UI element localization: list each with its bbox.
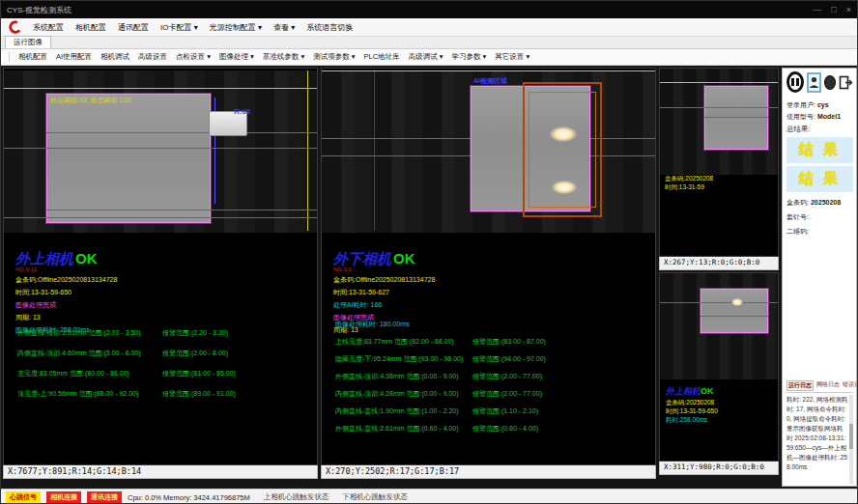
measurement-row: 外侧直线-直线:2.61mm 范围:(0.60 - 4.00)报警范围:(0.6…	[335, 424, 655, 434]
heartbeat-status-badge: 心跳信号	[6, 491, 41, 503]
overlay-line	[322, 70, 656, 71]
menu-item-camera-config[interactable]: 相机配置	[75, 22, 106, 33]
menu-item-io-config[interactable]: IO卡配置 ▾	[160, 22, 198, 33]
panel-spacer	[786, 236, 853, 378]
measurement-value: 隐藏宽度-下:95.24mm 范围:(93.00 - 98.00)	[335, 354, 472, 364]
tool-ai-usage-config[interactable]: AI使用配置	[56, 52, 92, 62]
status-bar: 心跳信号 相机连接 通讯连接 Cpu: 0.0% Memory: 3424.41…	[1, 489, 857, 504]
tool-image-processing[interactable]: 图像处理 ▾	[219, 52, 254, 62]
thumbnail-column: 盒条码:20250208 时间:13-31-59 X:267;Y:13;R:0;…	[659, 68, 779, 487]
ai-region-label: AI检测区域	[473, 76, 507, 86]
led-highlight	[550, 126, 577, 142]
thumb-elapsed-line: 耗时:258.00ms	[666, 416, 707, 425]
exit-button[interactable]	[839, 74, 853, 91]
window-title: CYS-视觉检测系统	[7, 5, 72, 15]
log-tab-network[interactable]: 网络日志	[816, 380, 840, 391]
tool-learning-params[interactable]: 学习参数 ▾	[451, 52, 486, 62]
thumb-view-bottom: 外上相机OK 盒条码:20250208 时间:13-31-59-650 耗时:2…	[659, 272, 779, 475]
title-bar: CYS-视觉检测系统 — □ ×	[1, 1, 857, 18]
led-highlight	[552, 181, 577, 194]
box-barcode-row: 盒条码:20250208	[786, 198, 853, 207]
measurement-row: 外侧直线-顶部:2.91mm 范围:(2.00 - 3.50)报警范围:(2.2…	[17, 328, 317, 338]
alarm-range: 报警范围:(2.00 - 77.00)	[472, 372, 542, 381]
overlay-line	[4, 217, 318, 218]
total-result-label: 总结果:	[786, 125, 853, 134]
close-icon[interactable]: ×	[846, 5, 851, 14]
model-label: 使用型号:	[786, 112, 815, 121]
measurement-row: 隐藏宽度-下:95.24mm 范围:(93.00 - 98.00)报警范围:(9…	[335, 354, 655, 364]
overlay-line	[46, 132, 318, 133]
comm-connect-badge: 通讯连接	[87, 491, 122, 503]
log-tab-error[interactable]: 错误日志	[843, 380, 858, 391]
pause-button[interactable]	[786, 71, 804, 93]
pixel-coord-bar-thumb-top: X:267;Y:13;R:0;G:0;B:0	[659, 257, 779, 270]
tool-spot-check[interactable]: 点检设置 ▾	[176, 52, 211, 62]
tab-run-image[interactable]: 运行图像	[5, 36, 51, 48]
user-login-button[interactable]	[807, 72, 821, 93]
tool-camera-config[interactable]: 相机配置	[18, 52, 47, 62]
product-region	[701, 289, 768, 333]
menu-item-language-switch[interactable]: 系统语言切换	[306, 22, 353, 33]
camera-canvas-lower[interactable]: AI检测区域 外下相机OK NG:0:0 盒条码:Offline20250208…	[321, 68, 656, 465]
login-user-label: 登录用户:	[786, 100, 815, 109]
log-tab-run[interactable]: 运行日志	[786, 380, 814, 391]
menu-item-system-config[interactable]: 系统配置	[33, 22, 64, 33]
main-area: 好品阈值:93, 动态阈值:100 R:66 外上相机OK NG:0:11 盒条…	[1, 66, 857, 489]
log-scrollbar[interactable]	[849, 395, 853, 484]
tab-bar: 运行图像	[1, 37, 857, 49]
elapsed-line: 图像处理耗时: 180.00ms	[335, 320, 655, 329]
thumb-view-top: 盒条码:20250208 时间:13-31-59 X:267;Y:13;R:0;…	[659, 68, 779, 270]
needle-label: 套针号:	[786, 212, 809, 221]
lower-camera-heartbeat: 下相机心跳触发状态	[342, 492, 408, 502]
model-row: 使用型号:Model1	[786, 112, 853, 121]
tool-bar: 相机配置 AI使用配置 相机调试 高级设置 点检设置 ▾ 图像处理 ▾ 基准线参…	[1, 49, 857, 66]
thumb-barcode-line: 盒条码:20250208	[665, 175, 713, 183]
overlay-line	[46, 210, 318, 210]
led-highlight	[731, 298, 743, 306]
lock-icon[interactable]	[824, 75, 836, 90]
menu-item-view[interactable]: 查看 ▾	[273, 22, 295, 33]
alarm-range: 报警范围:(2.00 - 77.00)	[472, 389, 542, 399]
measurement-row: 内侧直线-直线:1.90mm 范围:(1.00 - 2.20)报警范围:(1.1…	[335, 406, 655, 416]
thumb-canvas-top[interactable]: 盒条码:20250208 时间:13-31-59	[659, 68, 779, 257]
tool-camera-debug[interactable]: 相机调试	[100, 52, 129, 62]
thumb-canvas-bottom[interactable]: 外上相机OK 盒条码:20250208 时间:13-31-59-650 耗时:2…	[659, 272, 779, 462]
needle-row: 套针号:	[786, 212, 853, 221]
tool-test-params[interactable]: 测试项参数 ▾	[313, 52, 355, 62]
qr-row: 二维码:	[786, 227, 853, 236]
app-window: CYS-视觉检测系统 — □ × 系统配置 相机配置 通讯配置 IO卡配置 ▾ …	[0, 0, 858, 504]
tool-plc-address[interactable]: PLC地址库	[364, 52, 400, 62]
menu-item-light-config[interactable]: 光源控制配置 ▾	[210, 22, 262, 33]
thumb-barcode-line: 盒条码:20250208	[666, 399, 714, 407]
camera-connect-badge: 相机连接	[46, 491, 81, 503]
camera-view-lower: AI检测区域 外下相机OK NG:0:0 盒条码:Offline20250208…	[321, 68, 656, 487]
camera-canvas-upper[interactable]: 好品阈值:93, 动态阈值:100 R:66 外上相机OK NG:0:11 盒条…	[3, 68, 318, 465]
status-ok: OK	[701, 386, 714, 396]
overlay-line	[660, 107, 779, 108]
camera-name: 外上相机	[666, 386, 701, 396]
measurement-value: 内侧直线-直线:1.90mm 范围:(1.00 - 2.20)	[335, 406, 472, 416]
alarm-range: 报警范围:(89.00 - 91.00)	[162, 389, 236, 399]
product-region	[704, 86, 768, 150]
ai-elapsed-line: 处理AI耗时: 166	[333, 300, 435, 310]
pixel-coord-bar-thumb-bottom: X:311;Y:980;R:0;G:0;B:0	[659, 462, 779, 475]
alarm-range: 报警范围:(83.00 - 87.00)	[472, 337, 546, 347]
log-scrollbar-thumb[interactable]	[849, 424, 853, 449]
menu-item-comm-config[interactable]: 通讯配置	[118, 22, 149, 33]
toolbar-divider	[9, 52, 10, 62]
user-icon	[809, 76, 819, 89]
tool-other-settings[interactable]: 其它设置 ▾	[495, 52, 529, 62]
overlay-line	[374, 70, 375, 231]
minimize-icon[interactable]: —	[813, 5, 821, 14]
maximize-icon[interactable]: □	[831, 5, 836, 14]
camera-name: 外上相机	[15, 250, 73, 266]
log-text: 耗时: 222, 网络检测耗时: 17, 网络命令耗时: 0, 网络提取命令耗时…	[786, 395, 853, 473]
tool-baseline-params[interactable]: 基准线参数 ▾	[263, 52, 304, 62]
tool-advanced-debug[interactable]: 高级调试 ▾	[409, 52, 443, 62]
measurement-row: 顶宽度-上:90.56mm 范围:(88.00 - 92.00)报警范围:(89…	[17, 389, 317, 399]
measurement-row: 内侧直线-顶部:4.60mm 范围:(3.00 - 6.00)报警范围:(2.0…	[17, 349, 317, 358]
alarm-range: 报警范围:(0.60 - 4.00)	[472, 424, 538, 434]
measurement-value: 内侧直线-顶部:4.28mm 范围:(0.00 - 9.00)	[335, 389, 472, 399]
login-user-value: cys	[817, 100, 829, 109]
tool-advanced-settings[interactable]: 高级设置	[138, 52, 167, 62]
